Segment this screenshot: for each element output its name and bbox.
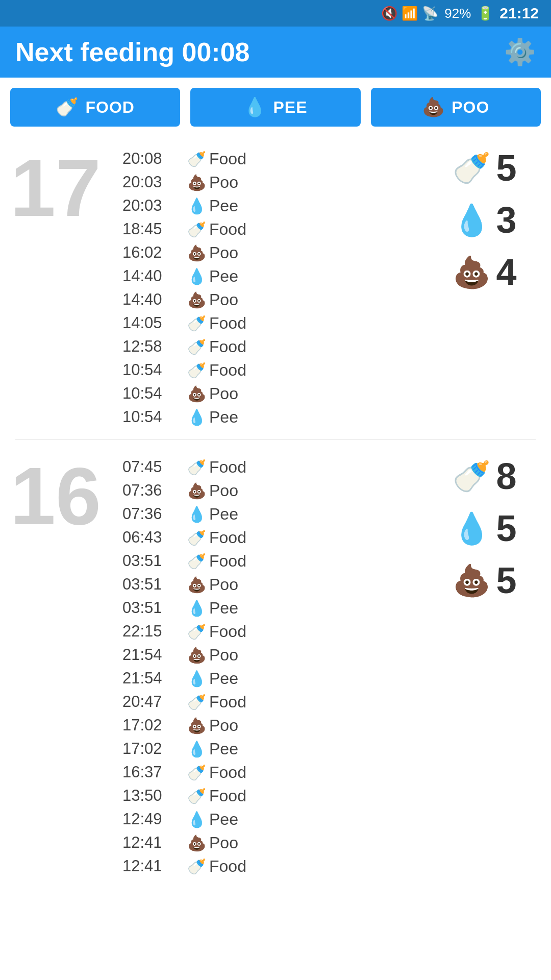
poo-button[interactable]: 💩 POO: [371, 88, 541, 127]
list-item: 12:49💧Pee: [122, 807, 429, 831]
list-item: 03:51💧Pee: [122, 596, 429, 620]
entry-label: Pee: [209, 599, 238, 618]
list-item: 16:37🍼Food: [122, 761, 429, 784]
day-number-16: 16: [10, 450, 122, 537]
summary-type-icon: 💧: [453, 202, 491, 238]
entry-label: Pee: [209, 267, 238, 286]
entry-time: 17:02: [122, 740, 184, 758]
summary-item: 💩5: [453, 559, 516, 601]
entry-label: Poo: [209, 716, 238, 735]
list-item: 22:15🍼Food: [122, 620, 429, 643]
entry-time: 16:02: [122, 243, 184, 262]
day-section-17: 1720:08🍼Food20:03💩Poo20:03💧Pee18:45🍼Food…: [5, 137, 546, 434]
list-item: 20:47🍼Food: [122, 690, 429, 714]
list-item: 07:36💩Poo: [122, 479, 429, 502]
list-item: 06:43🍼Food: [122, 526, 429, 549]
entry-type-icon: 🍼: [184, 764, 209, 781]
entry-time: 17:02: [122, 716, 184, 734]
entry-time: 20:03: [122, 173, 184, 191]
entry-time: 14:05: [122, 314, 184, 332]
list-item: 14:05🍼Food: [122, 311, 429, 335]
pee-button[interactable]: 💧 PEE: [190, 88, 360, 127]
list-item: 12:41💩Poo: [122, 831, 429, 854]
status-bar: 🔇 📶 📡 92% 🔋 21:12: [0, 0, 551, 27]
entry-time: 12:58: [122, 337, 184, 356]
status-icons: 🔇 📶 📡: [381, 6, 438, 21]
entry-label: Food: [209, 314, 246, 333]
list-item: 10:54🍼Food: [122, 358, 429, 382]
food-button-icon: 🍼: [56, 96, 79, 118]
entry-type-icon: 💧: [184, 811, 209, 828]
entry-type-icon: 💩: [184, 385, 209, 403]
food-button-label: FOOD: [85, 98, 134, 117]
entry-time: 12:41: [122, 834, 184, 852]
entry-time: 07:45: [122, 458, 184, 476]
entry-type-icon: 💧: [184, 267, 209, 285]
list-item: 20:08🍼Food: [122, 147, 429, 170]
entry-type-icon: 🍼: [184, 361, 209, 379]
list-item: 07:36💧Pee: [122, 502, 429, 526]
entry-time: 21:54: [122, 669, 184, 688]
entry-label: Food: [209, 857, 246, 876]
entry-type-icon: 🍼: [184, 857, 209, 875]
entry-label: Food: [209, 220, 246, 239]
list-item: 13:50🍼Food: [122, 784, 429, 807]
entry-type-icon: 🍼: [184, 623, 209, 641]
entry-type-icon: 💩: [184, 482, 209, 500]
entry-type-icon: 🍼: [184, 458, 209, 476]
day-entries-17: 20:08🍼Food20:03💩Poo20:03💧Pee18:45🍼Food16…: [122, 142, 429, 429]
entry-time: 07:36: [122, 481, 184, 500]
entry-time: 10:54: [122, 361, 184, 379]
entry-type-icon: 💩: [184, 174, 209, 191]
entry-label: Pee: [209, 408, 238, 427]
signal-icon: 📡: [422, 6, 438, 21]
day-entries-16: 07:45🍼Food07:36💩Poo07:36💧Pee06:43🍼Food03…: [122, 450, 429, 878]
entry-time: 10:54: [122, 384, 184, 403]
entry-label: Pee: [209, 810, 238, 829]
next-feeding-title: Next feeding 00:08: [15, 37, 250, 67]
entry-type-icon: 🍼: [184, 220, 209, 238]
entry-type-icon: 💧: [184, 408, 209, 426]
list-item: 10:54💧Pee: [122, 405, 429, 429]
poo-button-icon: 💩: [422, 96, 445, 118]
entry-label: Poo: [209, 243, 238, 262]
entry-time: 22:15: [122, 622, 184, 641]
summary-type-icon: 💩: [453, 562, 491, 599]
entry-label: Pee: [209, 669, 238, 688]
entry-label: Food: [209, 787, 246, 805]
entry-time: 06:43: [122, 528, 184, 547]
entry-time: 12:41: [122, 857, 184, 875]
list-item: 10:54💩Poo: [122, 382, 429, 405]
entry-time: 03:51: [122, 575, 184, 594]
settings-icon[interactable]: ⚙️: [504, 37, 536, 67]
entry-label: Poo: [209, 290, 238, 309]
entry-time: 13:50: [122, 787, 184, 805]
pee-button-label: PEE: [273, 98, 307, 117]
entry-time: 14:40: [122, 267, 184, 285]
entry-label: Food: [209, 622, 246, 641]
summary-item: 💧5: [453, 507, 516, 549]
summary-count: 4: [496, 251, 516, 293]
food-button[interactable]: 🍼 FOOD: [10, 88, 180, 127]
entry-label: Food: [209, 150, 246, 168]
summary-item: 💩4: [453, 251, 516, 293]
list-item: 20:03💩Poo: [122, 170, 429, 194]
entry-type-icon: 🍼: [184, 150, 209, 168]
list-item: 21:54💧Pee: [122, 667, 429, 690]
battery-text: 92%: [444, 6, 471, 21]
entry-time: 14:40: [122, 290, 184, 309]
entry-label: Poo: [209, 384, 238, 403]
summary-count: 3: [496, 199, 516, 241]
entry-time: 20:08: [122, 150, 184, 168]
list-item: 17:02💩Poo: [122, 714, 429, 737]
list-item: 20:03💧Pee: [122, 194, 429, 217]
mute-icon: 🔇: [381, 6, 397, 21]
list-item: 07:45🍼Food: [122, 455, 429, 479]
entry-label: Pee: [209, 197, 238, 215]
entry-time: 07:36: [122, 505, 184, 523]
list-item: 14:40💧Pee: [122, 264, 429, 288]
summary-item: 🍼8: [453, 455, 516, 497]
list-item: 03:51🍼Food: [122, 549, 429, 573]
summary-count: 5: [496, 147, 516, 189]
main-content: 1720:08🍼Food20:03💩Poo20:03💧Pee18:45🍼Food…: [0, 132, 551, 888]
